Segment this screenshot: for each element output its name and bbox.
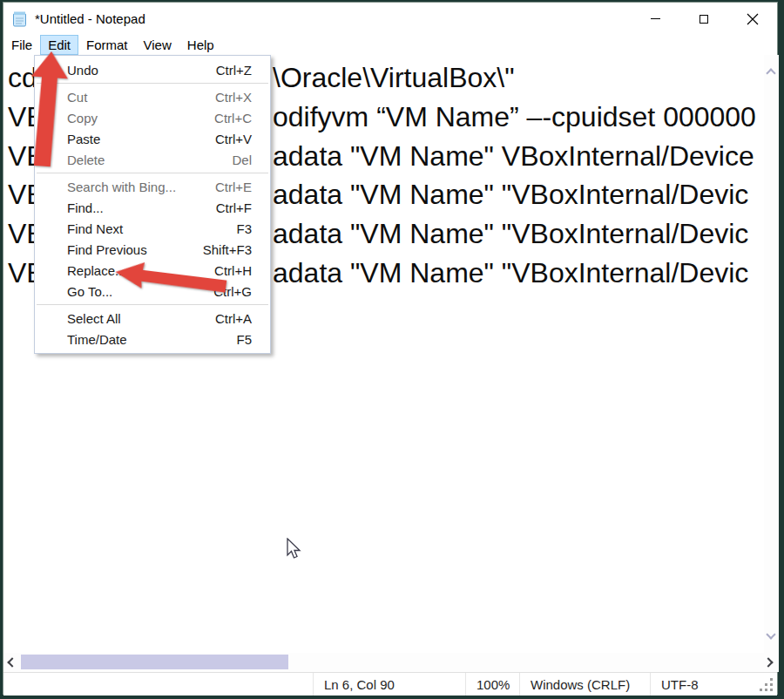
- title-bar: *Untitled - Notepad: [3, 3, 777, 35]
- menu-item-delete[interactable]: DeleteDel: [35, 149, 270, 170]
- close-icon: [747, 13, 759, 25]
- horizontal-scrollbar[interactable]: [3, 653, 779, 672]
- menu-item-copy[interactable]: CopyCtrl+C: [35, 107, 270, 128]
- menubar-item-format[interactable]: Format: [78, 35, 136, 55]
- menu-separator: [37, 173, 268, 173]
- menu-separator: [37, 304, 268, 305]
- notepad-window: *Untitled - Notepad File Edit Format Vie…: [3, 2, 778, 695]
- caption-buttons: [631, 3, 777, 35]
- menubar-item-label: Help: [187, 37, 214, 52]
- menubar-item-label: View: [144, 37, 172, 52]
- minimize-icon: [651, 18, 660, 19]
- notepad-app-icon: [11, 10, 29, 28]
- scroll-left-icon[interactable]: [7, 657, 17, 667]
- menu-item-cut[interactable]: CutCtrl+X: [35, 86, 270, 107]
- statusbar-line-ending: Windows (CRLF): [519, 673, 650, 696]
- menubar-item-label: Format: [86, 37, 128, 52]
- statusbar-cursor-position: Ln 6, Col 90: [313, 673, 465, 696]
- menu-item-undo[interactable]: UndoCtrl+Z: [35, 59, 270, 80]
- status-bar: Ln 6, Col 90 100% Windows (CRLF) UTF-8: [3, 672, 777, 696]
- edit-menu-popup: UndoCtrl+Z CutCtrl+X CopyCtrl+C PasteCtr…: [34, 55, 271, 354]
- menubar-item-help[interactable]: Help: [179, 35, 222, 55]
- window-title: *Untitled - Notepad: [35, 11, 145, 26]
- scroll-up-icon[interactable]: [766, 68, 775, 78]
- statusbar-encoding: UTF-8: [650, 673, 777, 696]
- menu-item-select-all[interactable]: Select AllCtrl+A: [35, 308, 270, 329]
- scroll-down-icon[interactable]: [766, 629, 775, 639]
- menu-item-find-previous[interactable]: Find PreviousShift+F3: [35, 239, 270, 260]
- menu-item-paste[interactable]: PasteCtrl+V: [35, 128, 270, 149]
- statusbar-spacer: [3, 673, 313, 696]
- mouse-cursor-icon: [287, 538, 302, 561]
- resize-grip-icon[interactable]: [759, 677, 774, 693]
- vertical-scrollbar[interactable]: [764, 55, 779, 653]
- menubar-item-label: Edit: [48, 37, 71, 52]
- statusbar-zoom-level: 100%: [465, 673, 519, 696]
- horizontal-scroll-thumb[interactable]: [21, 655, 288, 669]
- menu-item-find[interactable]: Find...Ctrl+F: [35, 197, 270, 218]
- menu-separator: [37, 83, 268, 84]
- close-button[interactable]: [728, 3, 777, 35]
- menu-item-time-date[interactable]: Time/DateF5: [35, 329, 270, 350]
- minimize-button[interactable]: [631, 3, 679, 35]
- annotation-arrow-edit: [24, 50, 71, 169]
- menubar-item-label: File: [11, 37, 32, 52]
- menu-item-find-next[interactable]: Find NextF3: [35, 218, 270, 239]
- maximize-button[interactable]: [679, 3, 728, 35]
- menu-item-search-with-bing[interactable]: Search with Bing...Ctrl+E: [35, 176, 270, 197]
- menubar-item-view[interactable]: View: [136, 35, 179, 55]
- maximize-icon: [700, 15, 708, 24]
- menu-bar: File Edit Format View Help: [3, 35, 777, 55]
- scroll-right-icon[interactable]: [763, 657, 773, 667]
